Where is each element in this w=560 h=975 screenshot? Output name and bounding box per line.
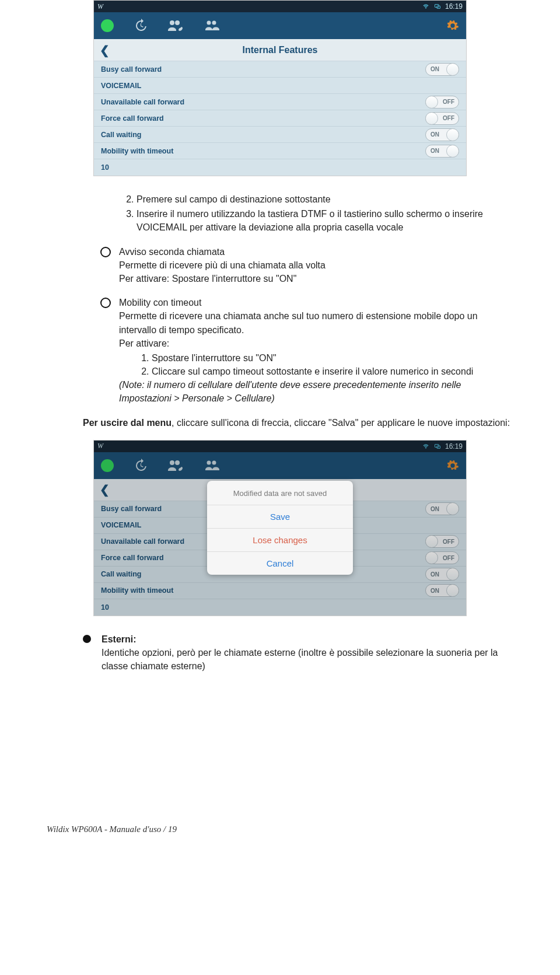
svg-point-5	[212, 21, 216, 25]
row-label: Mobility with timeout	[101, 147, 425, 155]
statusbar-logo: W	[97, 442, 422, 450]
toggle-on[interactable]: ON	[425, 128, 459, 141]
row-unavailable-forward[interactable]: Unavailable call forward OFF	[94, 534, 466, 550]
screens-icon	[433, 3, 442, 10]
row-label: Busy call forward	[101, 65, 425, 74]
svg-point-11	[212, 460, 216, 464]
gear-icon[interactable]	[446, 459, 459, 472]
feature-item-avviso: Avviso seconda chiamata Permette di rice…	[100, 245, 513, 286]
statusbar-time: 16:19	[445, 442, 463, 450]
row-voicemail[interactable]: VOICEMAIL	[94, 78, 466, 94]
statusbar-logo: W	[97, 2, 422, 11]
row-voicemail[interactable]: VOICEMAIL	[94, 518, 466, 534]
statusbar-time: 16:19	[445, 2, 463, 11]
screen-title: Internal Features	[94, 484, 466, 495]
wifi-icon	[422, 3, 430, 10]
wifi-icon	[422, 443, 430, 450]
row-mobility-timeout[interactable]: Mobility with timeout ON	[94, 583, 466, 599]
toggle-off[interactable]: OFF	[425, 96, 459, 109]
substep: Spostare l'interruttore su "ON"	[152, 351, 513, 365]
feature-title: Avviso seconda chiamata	[119, 247, 225, 257]
group-icon[interactable]	[205, 19, 220, 33]
step-item: Premere sul campo di destinazione sottos…	[136, 193, 513, 206]
row-busy-forward[interactable]: Busy call forward ON	[94, 61, 466, 78]
history-icon[interactable]	[134, 459, 148, 473]
row-force-forward[interactable]: Force call forward OFF	[94, 550, 466, 567]
document-body: Premere sul campo di destinazione sottos…	[47, 193, 513, 429]
app-toolbar	[94, 452, 466, 479]
gear-icon[interactable]	[446, 19, 459, 32]
svg-point-8	[170, 460, 174, 465]
toggle-off[interactable]: OFF	[425, 551, 459, 564]
svg-point-3	[175, 20, 180, 25]
substep: Cliccare sul campo timeout sottostante e…	[152, 365, 513, 378]
toggle-on[interactable]: ON	[425, 63, 459, 76]
presence-dot-icon[interactable]	[101, 459, 114, 472]
row-label: Unavailable call forward	[101, 98, 425, 106]
screen-title: Internal Features	[94, 45, 466, 55]
feature-line: Permette di ricevere più di una chiamata…	[119, 260, 326, 270]
document-body-2: Esterni: Identiche opzioni, però per le …	[47, 632, 513, 673]
feature-line: Per attivare: Spostare l'interruttore su…	[119, 274, 296, 284]
screen-header: ❮ Internal Features	[94, 479, 466, 501]
page-footer: Wildix WP600A - Manuale d'uso / 19	[47, 824, 513, 834]
screens-icon	[433, 443, 442, 450]
toggle-off[interactable]: OFF	[425, 112, 459, 125]
row-label: Force call forward	[101, 114, 425, 123]
android-statusbar: W 16:19	[94, 1, 466, 12]
row-label: Call waiting	[101, 131, 425, 139]
bullet-title: Esterni:	[102, 634, 136, 644]
row-call-waiting[interactable]: Call waiting ON	[94, 567, 466, 583]
contacts-call-icon[interactable]	[167, 459, 185, 473]
feature-line: Per attivare:	[119, 338, 169, 348]
history-icon[interactable]	[134, 19, 148, 33]
screenshot-1: W 16:19 ❮ Internal Features Busy call fo…	[93, 0, 467, 176]
svg-point-4	[207, 21, 211, 25]
row-label: 10	[101, 163, 459, 172]
contacts-call-icon[interactable]	[167, 19, 185, 33]
feature-title: Mobility con timeout	[119, 298, 201, 307]
toggle-off[interactable]: OFF	[425, 535, 459, 548]
back-icon[interactable]: ❮	[100, 43, 110, 57]
back-icon[interactable]: ❮	[100, 483, 110, 497]
screen-header: ❮ Internal Features	[94, 39, 466, 61]
row-busy-forward[interactable]: Busy call forward ON	[94, 501, 466, 518]
feature-line: Permette di ricevere una chiamata anche …	[119, 311, 478, 334]
row-call-waiting[interactable]: Call waiting ON	[94, 127, 466, 143]
toggle-on[interactable]: ON	[425, 584, 459, 597]
group-icon[interactable]	[205, 459, 220, 473]
row-unavailable-forward[interactable]: Unavailable call forward OFF	[94, 94, 466, 110]
row-force-forward[interactable]: Force call forward OFF	[94, 110, 466, 127]
toggle-on[interactable]: ON	[425, 145, 459, 158]
toggle-on[interactable]: ON	[425, 502, 459, 515]
bullet-body: Identiche opzioni, però per le chiamate …	[102, 648, 498, 671]
svg-point-9	[175, 460, 180, 465]
toggle-on[interactable]: ON	[425, 568, 459, 581]
feature-note: (Note: il numero di cellulare dell'utent…	[119, 380, 461, 403]
row-timeout-value[interactable]: 10	[94, 599, 466, 616]
exit-rest: , cliccare sull'icona di freccia, clicca…	[172, 418, 510, 428]
exit-bold: Per uscire dal menu	[83, 418, 172, 428]
feature-item-mobility: Mobility con timeout Permette di ricever…	[100, 296, 513, 406]
row-label: VOICEMAIL	[101, 82, 459, 90]
presence-dot-icon[interactable]	[101, 19, 114, 32]
row-timeout-value[interactable]: 10	[94, 159, 466, 176]
svg-point-2	[170, 20, 174, 25]
bullet-esterni: Esterni: Identiche opzioni, però per le …	[83, 632, 513, 673]
app-toolbar	[94, 12, 466, 39]
step-item: Inserire il numero utilizzando la tastie…	[136, 207, 513, 234]
svg-point-10	[207, 460, 211, 464]
row-mobility-timeout[interactable]: Mobility with timeout ON	[94, 143, 466, 159]
screenshot-2: W 16:19 ❮ Internal Features Busy call fo…	[93, 440, 467, 616]
android-statusbar: W 16:19	[94, 441, 466, 452]
exit-paragraph: Per uscire dal menu, cliccare sull'icona…	[83, 416, 513, 429]
